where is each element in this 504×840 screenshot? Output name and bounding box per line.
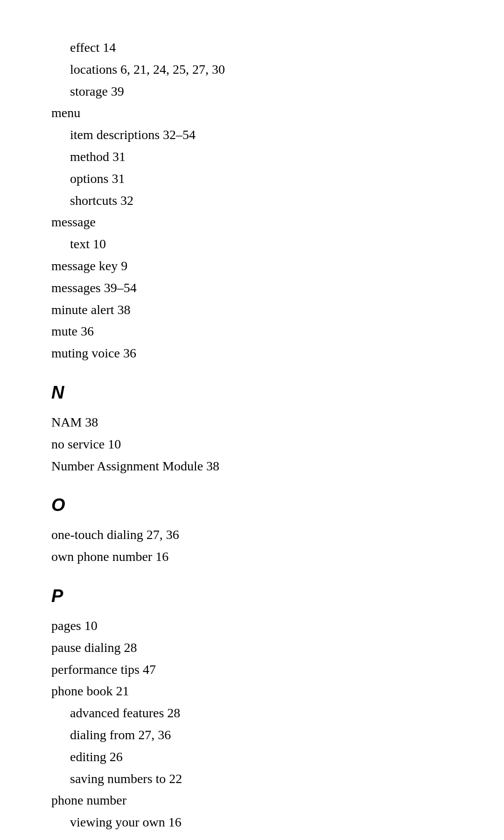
section-O: O one-touch dialing 27, 36 own phone num… — [51, 495, 457, 567]
list-item: shortcuts 32 — [70, 190, 457, 211]
section-P: P pages 10 pause dialing 28 performance … — [51, 586, 457, 840]
list-item: message — [51, 212, 457, 233]
list-item: pages 10 — [51, 616, 457, 637]
list-item: item descriptions 32–54 — [70, 125, 457, 146]
list-item: mute 36 — [51, 321, 457, 342]
list-item: messages 39–54 — [51, 278, 457, 299]
section-N: N NAM 38 no service 10 Number Assignment… — [51, 383, 457, 476]
list-item: dialing from 27, 36 — [70, 725, 457, 746]
list-item: viewing your own 16 — [70, 812, 457, 833]
list-item: message key 9 — [51, 256, 457, 277]
list-item: advanced features 28 — [70, 703, 457, 724]
list-item: own phone number 16 — [51, 546, 457, 567]
section-header-N: N — [51, 383, 457, 403]
list-item: pause dialing 28 — [51, 637, 457, 658]
page: effect 14 locations 6, 21, 24, 25, 27, 3… — [0, 0, 504, 840]
list-item: locations 6, 21, 24, 25, 27, 30 — [70, 59, 457, 80]
list-item: performance tips 47 — [51, 659, 457, 680]
list-item: method 31 — [70, 147, 457, 168]
list-item: phone book 21 — [51, 681, 457, 702]
list-item: storage 39 — [70, 81, 457, 102]
list-item: menu — [51, 103, 457, 124]
list-item: phone number — [51, 790, 457, 811]
section-continuation: effect 14 locations 6, 21, 24, 25, 27, 3… — [51, 37, 457, 364]
list-item: Number Assignment Module 38 — [51, 456, 457, 477]
list-item: minute alert 38 — [51, 300, 457, 321]
section-header-P: P — [51, 586, 457, 606]
list-item: options 31 — [70, 168, 457, 189]
list-item: effect 14 — [70, 37, 457, 58]
list-item: no service 10 — [51, 434, 457, 455]
list-item: muting voice 36 — [51, 343, 457, 364]
list-item: NAM 38 — [51, 412, 457, 433]
section-header-O: O — [51, 495, 457, 515]
list-item: one-touch dialing 27, 36 — [51, 525, 457, 546]
list-item: text 10 — [70, 234, 457, 255]
list-item: saving numbers to 22 — [70, 769, 457, 790]
list-item: power 46 — [51, 834, 457, 840]
list-item: editing 26 — [70, 747, 457, 768]
